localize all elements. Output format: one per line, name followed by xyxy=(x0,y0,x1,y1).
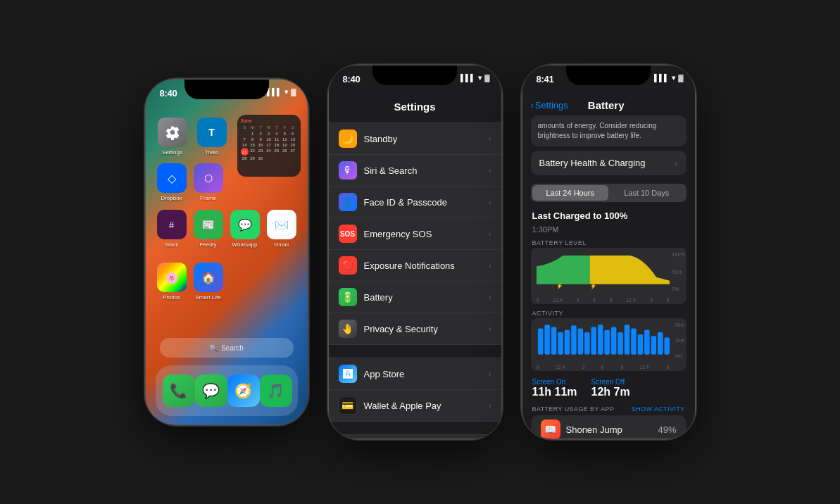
settings-item-exposure[interactable]: 🔴 Exposure Notifications › xyxy=(329,250,501,282)
battery-warning-text: amounts of energy. Consider reducing bri… xyxy=(538,122,657,139)
settings-icon-battery: 🔋 xyxy=(339,288,357,306)
cal-days-header: SMTWTFS xyxy=(241,125,297,130)
home-background: 8:40 ▌▌▌ ▾ ▓ June SMTWTFS 123456 7 xyxy=(146,80,308,424)
settings-item-sos[interactable]: SOS Emergency SOS › xyxy=(329,218,501,250)
svg-rect-15 xyxy=(624,325,629,354)
phone1-home: 8:40 ▌▌▌ ▾ ▓ June SMTWTFS 123456 7 xyxy=(146,80,308,424)
settings-icon-sos: SOS xyxy=(339,225,357,243)
settings-item-passwords[interactable]: 🔑 Passwords › xyxy=(329,434,501,439)
app-whatsapp[interactable]: 💬 Whatsapp xyxy=(230,210,261,248)
svg-rect-8 xyxy=(577,329,583,355)
svg-rect-9 xyxy=(584,332,590,355)
battery-y-labels: 100% 50% 0% xyxy=(672,252,685,291)
battery-icon-3: ▓ xyxy=(678,74,683,82)
svg-rect-5 xyxy=(558,332,563,355)
app-label-settings: Settings xyxy=(162,149,182,156)
svg-text:⚡: ⚡ xyxy=(589,282,596,289)
dock-phone[interactable]: 📞 xyxy=(163,374,195,407)
search-bar[interactable]: 🔍 Search xyxy=(160,338,294,358)
settings-item-wallet[interactable]: 💳 Wallet & Apple Pay › xyxy=(329,390,501,422)
app-label-whatsapp: Whatsapp xyxy=(232,241,257,248)
chevron-appstore: › xyxy=(489,370,491,378)
app-smartlife[interactable]: 🏠 Smart Life xyxy=(193,263,224,301)
app-icon-slack: # xyxy=(157,210,187,239)
activity-x-labels: 9 12 A 3 6 9 12 P 3 xyxy=(537,365,670,370)
dock-spotify[interactable]: 🎵 xyxy=(260,374,292,407)
settings-item-faceid[interactable]: 👤 Face ID & Passcode › xyxy=(329,187,501,218)
wifi-icon-3: ▾ xyxy=(672,74,675,82)
battery-health-label: Battery Health & Charging xyxy=(539,158,646,168)
app-icon-photos: 🌸 xyxy=(157,263,187,292)
battery-health-row[interactable]: Battery Health & Charging › xyxy=(531,151,687,175)
svg-rect-12 xyxy=(604,330,610,355)
cal-month: June xyxy=(241,118,297,123)
dock-messages[interactable]: 💬 xyxy=(195,374,227,407)
shonen-icon: 📖 xyxy=(541,420,560,439)
status-time-2: 8:40 xyxy=(343,74,361,84)
dock-safari[interactable]: 🧭 xyxy=(227,374,260,407)
shonen-pct: 49% xyxy=(658,424,676,435)
app-gmail[interactable]: ✉️ Gmail xyxy=(266,210,297,248)
tab-10d[interactable]: Last 10 Days xyxy=(608,185,685,201)
svg-rect-18 xyxy=(644,330,650,355)
app-usage-shonen[interactable]: 📖 Shonen Jump 49% xyxy=(531,415,687,439)
chevron-standby: › xyxy=(489,134,491,143)
app-trello[interactable]: T Trello xyxy=(195,118,229,156)
chevron-wallet: › xyxy=(489,401,491,410)
settings-item-siri[interactable]: 🎙 Siri & Search › xyxy=(329,155,501,187)
settings-label-appstore: App Store xyxy=(364,369,482,379)
app-icon-whatsapp: 💬 xyxy=(230,210,260,239)
search-placeholder: Search xyxy=(221,344,244,352)
battery-level-chart: ⚡ ⚡ 100% 50% 0% 9 12 A 3 6 9 12 P 3 xyxy=(531,248,687,304)
settings-item-appstore[interactable]: 🅰 App Store › xyxy=(329,358,501,390)
battery-title: Battery xyxy=(574,99,639,111)
signal-icon: ▌▌▌ xyxy=(267,88,282,96)
app-icon-feedly: 📰 xyxy=(194,210,223,239)
show-activity-button[interactable]: SHOW ACTIVITY xyxy=(632,405,685,412)
chevron-siri: › xyxy=(489,166,491,175)
app-photos[interactable]: 🌸 Photos xyxy=(156,263,187,301)
usage-label: BATTERY USAGE BY APP xyxy=(532,405,615,412)
signal-icon-3: ▌▌▌ xyxy=(654,74,669,82)
last-charged-time: 1:30PM xyxy=(522,225,695,238)
status-icons-2: ▌▌▌ ▾ ▓ xyxy=(460,74,490,82)
app-label-dropbox: Dropbox xyxy=(161,195,182,201)
activity-y-labels: 60m 30m 0m xyxy=(675,322,685,358)
app-settings[interactable]: Settings xyxy=(156,118,189,156)
activity-chart: 60m 30m 0m 9 12 A 3 6 9 12 P 3 xyxy=(531,318,687,371)
settings-label-siri: Siri & Search xyxy=(364,165,482,176)
status-icons-3: ▌▌▌ ▾ ▓ xyxy=(654,74,684,82)
settings-item-battery[interactable]: 🔋 Battery › xyxy=(329,282,501,313)
app-label-feedly: Feedly xyxy=(199,241,216,248)
signal-icon-2: ▌▌▌ xyxy=(460,74,475,82)
screen-on-stat: Screen On 11h 11m xyxy=(532,378,577,398)
dock: 📞 💬 🧭 🎵 xyxy=(156,365,298,416)
screen-off-label: Screen Off xyxy=(591,378,630,386)
settings-icon-appstore: 🅰 xyxy=(339,365,357,383)
app-icon-dropbox: ◇ xyxy=(157,163,187,193)
app-feedly[interactable]: 📰 Feedly xyxy=(193,210,224,248)
settings-section-1: 🌙 Standby › 🎙 Siri & Search › 👤 Face ID … xyxy=(329,122,501,345)
settings-label-faceid: Face ID & Passcode xyxy=(364,197,482,208)
svg-rect-21 xyxy=(664,337,670,354)
settings-item-standby[interactable]: 🌙 Standby › xyxy=(329,122,501,155)
app-icon-phone: 📞 xyxy=(163,374,195,407)
settings-icon-siri: 🎙 xyxy=(339,161,357,179)
app-dropbox[interactable]: ◇ Dropbox xyxy=(156,163,187,201)
tab-24h[interactable]: Last 24 Hours xyxy=(532,185,609,201)
svg-text:⚡: ⚡ xyxy=(556,282,563,289)
back-button[interactable]: ‹ Settings xyxy=(531,100,568,111)
settings-item-privacy[interactable]: 🤚 Privacy & Security › xyxy=(329,313,501,345)
battery-usage-header: BATTERY USAGE BY APP SHOW ACTIVITY xyxy=(522,401,695,415)
settings-label-sos: Emergency SOS xyxy=(364,229,482,239)
svg-rect-14 xyxy=(618,332,623,355)
status-time-1: 8:40 xyxy=(160,88,177,99)
app-slack[interactable]: # Slack xyxy=(156,210,187,248)
app-label-trello: Trello xyxy=(205,149,219,156)
svg-rect-3 xyxy=(544,325,550,354)
search-icon: 🔍 xyxy=(209,344,218,352)
settings-label-privacy: Privacy & Security xyxy=(364,324,482,334)
app-frame[interactable]: ⬡ Frame xyxy=(193,163,224,201)
settings-section-2: 🅰 App Store › 💳 Wallet & Apple Pay › xyxy=(329,358,501,422)
chevron-privacy: › xyxy=(489,325,491,333)
